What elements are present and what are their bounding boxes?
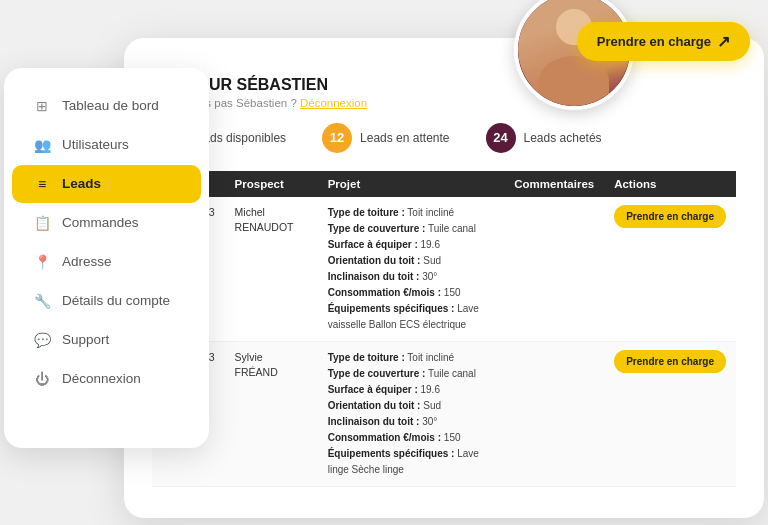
stat-achetes: 24 Leads achetés — [486, 123, 602, 153]
table-header-row: Date Prospect Projet Commentaires Action… — [152, 171, 736, 197]
support-icon: 💬 — [34, 332, 50, 348]
prendre-en-charge-row-button[interactable]: Prendre en charge — [614, 205, 726, 228]
prendre-en-charge-row-button[interactable]: Prendre en charge — [614, 350, 726, 373]
table-row: 21/03/2023 Michel RENAUDOT Type de toitu… — [152, 197, 736, 342]
badge-achetes: 24 — [486, 123, 516, 153]
deconnexion-icon: ⏻ — [34, 371, 50, 387]
leads-icon: ≡ — [34, 176, 50, 192]
not-you-text: Vous n'êtes pas Sébastien ? Déconnexion — [152, 97, 736, 109]
btn-label: Prendre en charge — [597, 34, 711, 49]
col-actions: Actions — [604, 171, 736, 197]
sidebar-item-adresse[interactable]: 📍Adresse — [12, 243, 201, 281]
col-projet: Projet — [318, 171, 505, 197]
tableau-de-bord-icon: ⊞ — [34, 98, 50, 114]
cell-prospect: Michel RENAUDOT — [225, 197, 318, 342]
badge-attente: 12 — [322, 123, 352, 153]
cell-comments — [504, 341, 604, 486]
col-commentaires: Commentaires — [504, 171, 604, 197]
cell-project: Type de toiture : Toit inclinéType de co… — [318, 341, 505, 486]
sidebar-label-tableau-de-bord: Tableau de bord — [62, 98, 159, 113]
table-row: 20/03/2023 Sylvie FRÉAND Type de toiture… — [152, 341, 736, 486]
sidebar-item-support[interactable]: 💬Support — [12, 321, 201, 359]
sidebar-label-details-compte: Détails du compte — [62, 293, 170, 308]
sidebar-label-utilisateurs: Utilisateurs — [62, 137, 129, 152]
stats-row: 32 Leads disponibles 12 Leads en attente… — [152, 123, 736, 153]
sidebar-item-utilisateurs[interactable]: 👥Utilisateurs — [12, 126, 201, 164]
deconnexion-link[interactable]: Déconnexion — [300, 97, 367, 109]
sidebar-label-support: Support — [62, 332, 109, 347]
col-prospect: Prospect — [225, 171, 318, 197]
adresse-icon: 📍 — [34, 254, 50, 270]
sidebar-label-deconnexion: Déconnexion — [62, 371, 141, 386]
stat-attente: 12 Leads en attente — [322, 123, 449, 153]
cell-actions: Prendre en charge — [604, 197, 736, 342]
details-compte-icon: 🔧 — [34, 293, 50, 309]
utilisateurs-icon: 👥 — [34, 137, 50, 153]
commandes-icon: 📋 — [34, 215, 50, 231]
cell-prospect: Sylvie FRÉAND — [225, 341, 318, 486]
label-achetes: Leads achetés — [524, 131, 602, 145]
label-attente: Leads en attente — [360, 131, 449, 145]
sidebar-label-adresse: Adresse — [62, 254, 112, 269]
sidebar-label-leads: Leads — [62, 176, 101, 191]
leads-table: Date Prospect Projet Commentaires Action… — [152, 171, 736, 487]
header-section: BONJOUR SÉBASTIEN Vous n'êtes pas Sébast… — [152, 76, 736, 109]
cell-actions: Prendre en charge — [604, 341, 736, 486]
sidebar-item-tableau-de-bord[interactable]: ⊞Tableau de bord — [12, 87, 201, 125]
greeting: BONJOUR SÉBASTIEN — [152, 76, 736, 94]
username: SÉBASTIEN — [236, 76, 328, 93]
prendre-en-charge-floating-button[interactable]: Prendre en charge ↗ — [577, 22, 750, 61]
cursor-icon: ↗ — [717, 32, 730, 51]
cell-comments — [504, 197, 604, 342]
sidebar-item-leads[interactable]: ≡Leads — [12, 165, 201, 203]
sidebar-item-deconnexion[interactable]: ⏻Déconnexion — [12, 360, 201, 398]
sidebar: ⊞Tableau de bord👥Utilisateurs≡Leads📋Comm… — [4, 68, 209, 448]
main-content: BONJOUR SÉBASTIEN Vous n'êtes pas Sébast… — [124, 38, 764, 518]
sidebar-item-details-compte[interactable]: 🔧Détails du compte — [12, 282, 201, 320]
sidebar-label-commandes: Commandes — [62, 215, 139, 230]
sidebar-item-commandes[interactable]: 📋Commandes — [12, 204, 201, 242]
cell-project: Type de toiture : Toit inclinéType de co… — [318, 197, 505, 342]
